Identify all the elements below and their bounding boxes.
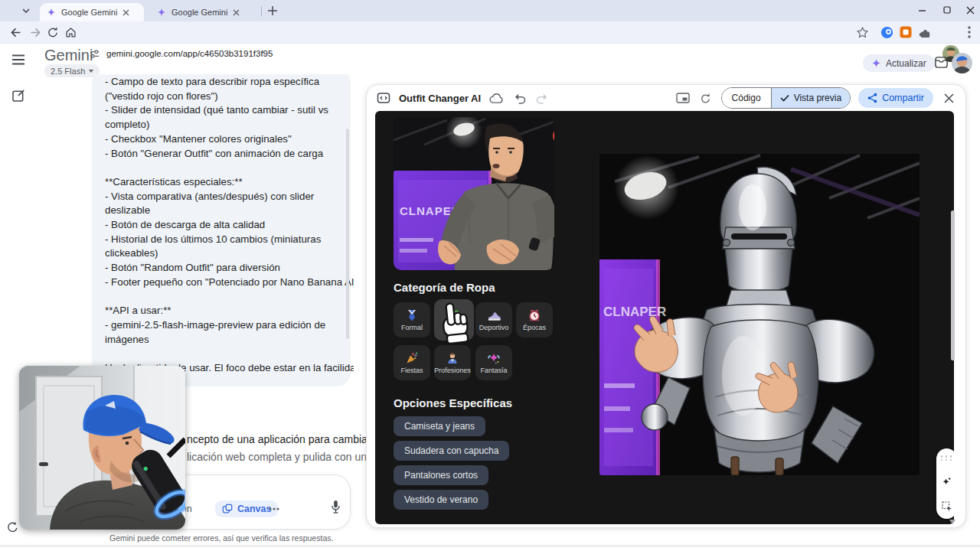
message-line: imágenes	[105, 333, 338, 347]
option-label: Vestido de verano	[404, 494, 478, 505]
redo-button[interactable]	[534, 90, 550, 106]
gemini-sparkle-icon	[871, 58, 881, 68]
option-chip[interactable]: Camiseta y jeans	[394, 416, 485, 436]
tab-title: Google Gemini	[61, 8, 117, 17]
share-button[interactable]: Compartir	[858, 88, 933, 108]
close-icon[interactable]	[233, 9, 240, 16]
tab-search-button[interactable]	[18, 4, 34, 18]
chat-scrollbar[interactable]	[346, 129, 349, 339]
category-heading: Categoría de Ropa	[394, 281, 495, 294]
main-menu-button[interactable]	[11, 54, 25, 65]
maximize-icon	[943, 6, 951, 14]
webcam-video	[19, 366, 185, 530]
new-tab-button[interactable]	[267, 5, 278, 16]
message-line: deslizable	[105, 204, 338, 218]
share-icon	[867, 93, 877, 103]
chevron-down-icon	[89, 70, 93, 73]
screen: Google Gemini Google Gemini gemini.g	[0, 0, 980, 551]
pip-button[interactable]	[675, 90, 691, 106]
history-icon	[7, 521, 18, 533]
maximize-button[interactable]	[936, 0, 959, 20]
message-line: - Botón "Generar Outfit" con animación d…	[105, 147, 338, 161]
select-tool-icon[interactable]	[942, 501, 952, 512]
category-epocas[interactable]: Épocas	[516, 302, 553, 337]
refresh-button[interactable]	[698, 90, 714, 106]
category-label: Épocas	[523, 324, 546, 331]
extension-blue-icon[interactable]	[879, 24, 894, 40]
canvas-scrollbar[interactable]	[951, 210, 955, 360]
canvas-tools-pill[interactable]	[936, 448, 954, 519]
home-button[interactable]	[63, 24, 78, 40]
message-line	[105, 347, 338, 361]
category-fiestas[interactable]: Fiestas	[394, 345, 430, 380]
category-formal[interactable]: Formal	[394, 302, 430, 337]
update-button[interactable]: Actualizar	[863, 54, 935, 72]
close-window-button[interactable]	[959, 0, 980, 20]
party-popper-icon	[405, 351, 419, 365]
app-preview: CLNAPER	[375, 111, 954, 524]
page-bottom-divider	[0, 545, 980, 547]
back-icon	[9, 26, 22, 39]
browser-menu-button[interactable]	[962, 24, 977, 40]
message-line: completo)	[105, 118, 338, 132]
sparkle-tool-icon[interactable]	[942, 476, 952, 486]
extension-orange-icon[interactable]	[898, 24, 913, 40]
chevron-down-icon	[22, 8, 30, 13]
message-line	[105, 161, 338, 175]
close-icon[interactable]	[122, 9, 129, 16]
history-button[interactable]	[7, 521, 18, 533]
canvas-panel: Outfit Changer AI Código Vista previa	[366, 84, 966, 528]
undo-icon	[513, 93, 526, 104]
close-canvas-button[interactable]	[941, 90, 956, 106]
plus-icon	[267, 5, 278, 16]
category-label: Profesiones	[434, 367, 471, 374]
category-profesiones[interactable]: Profesiones	[434, 345, 471, 380]
message-line: - Botón de descarga de alta calidad	[105, 218, 338, 233]
archive-icon	[934, 55, 949, 70]
extensions-puzzle-icon[interactable]	[917, 24, 933, 40]
back-button[interactable]	[8, 24, 23, 40]
tab-divider	[261, 6, 262, 16]
more-options-button[interactable]	[269, 507, 279, 510]
tab-vista-previa[interactable]: Vista previa	[772, 88, 850, 108]
browser-tab-1[interactable]: Google Gemini	[40, 3, 144, 21]
model-response-line: licación web completa y pulida con un	[187, 451, 367, 463]
forward-button[interactable]	[28, 24, 43, 40]
undo-button[interactable]	[511, 90, 527, 106]
browser-tab-2[interactable]: Google Gemini	[150, 3, 257, 21]
more-icon	[269, 507, 279, 510]
user-avatar[interactable]	[952, 53, 972, 73]
message-line: - Footer pequeño con "Potenciado por Nan…	[105, 276, 338, 290]
model-response-line: ncepto de una aplicación para cambiar	[187, 433, 371, 445]
update-label: Actualizar	[886, 58, 926, 69]
message-line: **Características especiales:**	[105, 175, 338, 190]
mic-button[interactable]	[330, 500, 341, 514]
new-chat-button[interactable]	[12, 89, 25, 102]
option-chip[interactable]: Pantalones cortos	[394, 465, 488, 485]
kebab-icon	[968, 26, 971, 38]
category-label: Fantasía	[480, 367, 507, 374]
drag-handle-icon[interactable]	[941, 455, 953, 461]
scroll-down-arrow[interactable]	[949, 520, 956, 524]
option-chip[interactable]: Sudadera con capucha	[394, 441, 509, 461]
category-deportivo[interactable]: Deportivo	[475, 302, 512, 337]
minimize-button[interactable]	[910, 0, 933, 20]
message-line: clickeables)	[105, 246, 338, 261]
reload-button[interactable]	[45, 24, 60, 40]
message-line: - Botón "Random Outfit" para diversión	[105, 261, 338, 276]
forward-icon	[29, 26, 42, 39]
minimize-icon	[918, 6, 926, 15]
url-bar[interactable]: gemini.google.com/app/c46503b3191f3f95	[81, 45, 850, 62]
redo-icon	[536, 93, 549, 104]
cloud-saved-icon	[488, 90, 504, 106]
tab-codigo[interactable]: Código	[722, 88, 772, 108]
archive-button[interactable]	[934, 55, 949, 70]
refresh-icon	[700, 93, 711, 104]
model-label: 2.5 Flash	[51, 67, 85, 76]
message-line: - Campo de texto para describir ropa esp…	[105, 75, 338, 90]
bookmark-button[interactable]	[854, 24, 870, 40]
category-fantasia[interactable]: Fantasía	[475, 345, 512, 380]
chat-scroll-area[interactable]: - Campo de texto para describir ropa esp…	[92, 74, 354, 390]
home-icon	[64, 26, 77, 39]
option-chip[interactable]: Vestido de verano	[394, 490, 488, 510]
